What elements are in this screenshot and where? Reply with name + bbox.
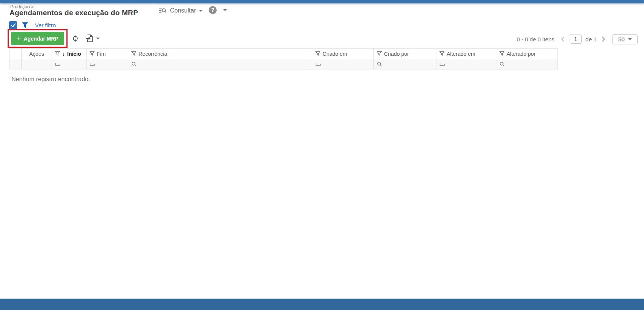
top-app-bar — [0, 0, 644, 3]
help-icon[interactable]: ? — [209, 6, 217, 14]
column-label: Alterado em — [447, 51, 475, 57]
search-icon — [131, 61, 137, 67]
chevron-right-icon — [601, 36, 606, 42]
filter-funnel-icon[interactable] — [22, 22, 28, 28]
consultar-label: Consultar — [170, 7, 196, 14]
filter-cell-alterado-por[interactable] — [496, 59, 558, 69]
prev-page-button[interactable] — [560, 36, 566, 42]
date-range-icon — [315, 62, 321, 66]
consultar-button[interactable]: Consultar — [159, 6, 203, 15]
header-cell-alterado-por[interactable]: Alterado por — [496, 49, 558, 59]
filter-cell-recorrencia[interactable] — [128, 59, 312, 69]
header-cell-criado-em[interactable]: Criado em — [312, 49, 374, 59]
export-caret-icon — [96, 38, 100, 39]
filter-cell-inicio[interactable] — [52, 59, 87, 69]
date-range-icon — [439, 62, 445, 66]
date-range-icon — [90, 62, 95, 66]
export-button[interactable] — [86, 34, 100, 42]
page-number-input[interactable] — [570, 35, 582, 44]
grid-filter-row — [9, 59, 558, 69]
pagination-items-count: 0 - 0 de 0 itens — [517, 36, 554, 42]
refresh-icon — [71, 34, 79, 42]
column-label: Recorrência — [139, 51, 167, 57]
column-label: Criado em — [323, 51, 347, 57]
column-label: Início — [67, 51, 81, 57]
sort-desc-icon[interactable]: ↓ — [62, 51, 65, 57]
header-cell-inicio[interactable]: ↓ Início — [52, 49, 87, 59]
filter-cell-selector — [9, 59, 22, 69]
column-filter-icon[interactable] — [499, 51, 504, 56]
column-filter-icon[interactable] — [439, 51, 444, 56]
column-label: Fim — [97, 51, 105, 57]
bottom-app-bar — [0, 299, 644, 310]
grid-header-row: Ações ↓ Início Fim Recorrência Criado — [9, 49, 558, 59]
column-filter-icon[interactable] — [90, 51, 94, 56]
column-label: Alterado por — [507, 51, 535, 57]
manage-search-icon — [159, 6, 167, 15]
column-filter-icon[interactable] — [55, 51, 60, 56]
header-cell-fim[interactable]: Fim — [87, 49, 128, 59]
ver-filtro-link[interactable]: Ver filtro — [35, 22, 56, 28]
date-range-icon — [55, 62, 61, 66]
records-grid: Ações ↓ Início Fim Recorrência Criado — [9, 48, 558, 69]
column-filter-icon[interactable] — [131, 51, 136, 56]
filter-cell-criado-em[interactable] — [312, 59, 374, 69]
column-filter-icon[interactable] — [377, 51, 382, 56]
checkmark-icon — [11, 23, 16, 28]
chevron-left-icon — [561, 36, 565, 42]
header-cell-recorrencia[interactable]: Recorrência — [128, 49, 312, 59]
filter-cell-criado-por[interactable] — [374, 59, 436, 69]
pagination: 0 - 0 de 0 itens de 1 50 — [515, 34, 638, 44]
refresh-button[interactable] — [71, 34, 79, 42]
header-cell-selector — [9, 49, 22, 59]
filter-cell-acoes — [22, 59, 52, 69]
column-filter-icon[interactable] — [315, 51, 320, 56]
search-icon — [499, 61, 505, 67]
agendar-mrp-button[interactable]: + Agendar MRP — [11, 32, 64, 45]
column-label: Ações — [29, 51, 44, 57]
consultar-caret-icon — [199, 10, 203, 12]
select-all-checkbox[interactable] — [9, 21, 17, 29]
plus-icon: + — [17, 35, 21, 42]
page-of-label: de 1 — [586, 36, 597, 42]
page-size-select[interactable]: 50 — [613, 34, 638, 44]
page-title: Agendamentos de execução do MRP — [9, 9, 138, 17]
header-divider — [152, 5, 152, 17]
page-size-caret-icon — [628, 38, 632, 40]
empty-state-message: Nenhum registro encontrado. — [11, 76, 90, 83]
help-menu-caret-icon[interactable] — [223, 9, 227, 11]
header-cell-acoes[interactable]: Ações — [22, 49, 52, 59]
export-file-icon — [86, 34, 93, 42]
filter-cell-fim[interactable] — [87, 59, 128, 69]
header-cell-alterado-em[interactable]: Alterado em — [436, 49, 496, 59]
header-cell-criado-por[interactable]: Criado por — [374, 49, 436, 59]
next-page-button[interactable] — [600, 36, 606, 42]
filter-cell-alterado-em[interactable] — [436, 59, 496, 69]
agendar-mrp-label: Agendar MRP — [24, 36, 58, 42]
search-icon — [377, 61, 382, 67]
page-size-value: 50 — [618, 36, 625, 42]
column-label: Criado por — [384, 51, 409, 57]
